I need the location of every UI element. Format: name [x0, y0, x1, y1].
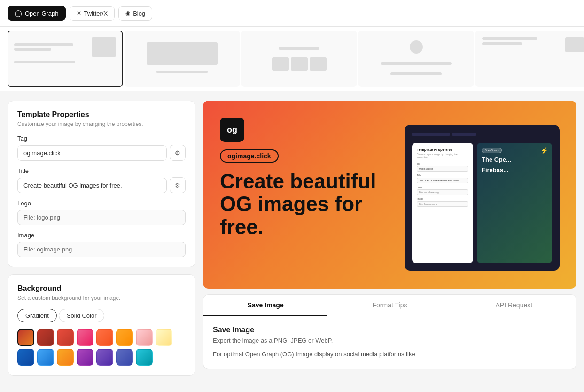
- background-card: Background Set a custom background for y…: [8, 274, 195, 376]
- thumb5-line-2: [482, 42, 522, 45]
- swatch-2[interactable]: [37, 329, 54, 346]
- swatch-11[interactable]: [57, 349, 74, 366]
- bottom-content-body: For optimal Open Graph (OG) Image displa…: [213, 350, 567, 360]
- swatch-12[interactable]: [77, 349, 93, 366]
- ss-image-field: Image File: features.png: [417, 197, 468, 207]
- logo-label: Logo: [17, 200, 186, 207]
- og-icon: ◯: [15, 9, 22, 17]
- ss-tag-field: Tag Open Source: [417, 162, 468, 172]
- ss-panel: Template Properties Customize your image…: [412, 143, 473, 263]
- thumb5-line-1: [482, 37, 537, 40]
- tag-input[interactable]: [17, 145, 167, 161]
- nav-twitter-label: Twitter/X: [84, 10, 108, 17]
- ss-logo-label: Logo: [417, 186, 468, 188]
- bg-tabs: Gradient Solid Color: [17, 309, 186, 322]
- bg-tab-solid[interactable]: Solid Color: [59, 309, 105, 322]
- ss-image-label: Image: [417, 197, 468, 200]
- ss-logo-field: Logo File: supabase.svg: [417, 186, 468, 195]
- ss-nav: [412, 133, 552, 136]
- og-preview-inner: og ogimage.click Create beautiful OG ima…: [203, 101, 576, 289]
- swatch-4[interactable]: [77, 329, 93, 346]
- template-3[interactable]: [241, 31, 357, 87]
- nav-open-graph-label: Open Graph: [25, 10, 59, 17]
- tab-format-tips[interactable]: Format Tips: [327, 295, 452, 316]
- main-content: Template Properties Customize your image…: [0, 91, 584, 385]
- tag-field-group: Tag ⚙: [17, 135, 186, 161]
- thumb4-avatar: [410, 40, 423, 54]
- color-swatches: [17, 329, 186, 366]
- ss-title-label: Title: [417, 174, 468, 177]
- og-screenshot: Template Properties Customize your image…: [405, 125, 560, 271]
- ss-og-title: The Ope...: [482, 156, 547, 164]
- title-label: Title: [17, 167, 186, 174]
- logo-field-group: Logo File: logo.png: [17, 200, 186, 225]
- swatch-14[interactable]: [116, 349, 133, 366]
- bottom-content-title: Save Image: [213, 326, 567, 334]
- swatch-3[interactable]: [57, 329, 74, 346]
- swatch-1[interactable]: [17, 329, 34, 346]
- rss-icon: ◉: [125, 10, 130, 16]
- template-2[interactable]: [125, 31, 240, 87]
- swatch-6[interactable]: [116, 329, 133, 346]
- nav-open-graph[interactable]: ◯ Open Graph: [8, 6, 66, 21]
- tab-api-request[interactable]: API Request: [452, 295, 576, 316]
- right-panel: og ogimage.click Create beautiful OG ima…: [203, 101, 576, 369]
- bg-tab-gradient[interactable]: Gradient: [17, 309, 57, 322]
- og-tag-badge: ogimage.click: [220, 149, 279, 163]
- settings-icon: ⚙: [175, 149, 180, 157]
- thumb3-cell-2: [291, 57, 308, 71]
- templates-row: [0, 27, 584, 91]
- nav-blog[interactable]: ◉ Blog: [118, 6, 152, 21]
- image-field-group: Image File: ogimage.png: [17, 232, 186, 257]
- thumb2-line: [156, 71, 208, 73]
- thumb3-cell-1: [272, 57, 289, 71]
- title-settings-btn[interactable]: ⚙: [170, 177, 186, 193]
- nav-twitter-x[interactable]: ✕ Twitter/X: [70, 6, 115, 21]
- title-input-row: ⚙: [17, 177, 186, 193]
- nav-blog-label: Blog: [133, 10, 145, 17]
- thumb2-image: [147, 42, 218, 65]
- tag-settings-btn[interactable]: ⚙: [170, 145, 186, 161]
- ss-panel-title: Template Properties: [417, 148, 468, 152]
- swatch-10[interactable]: [37, 349, 54, 366]
- title-input[interactable]: [17, 178, 167, 193]
- ss-og-mini: Open Source The Ope... Firebas... ⚡: [477, 143, 552, 263]
- template-properties-subtitle: Customize your image by changing the pro…: [17, 121, 186, 127]
- template-properties-card: Template Properties Customize your image…: [8, 101, 195, 267]
- og-preview: og ogimage.click Create beautiful OG ima…: [203, 101, 576, 289]
- tag-input-row: ⚙: [17, 145, 186, 161]
- ss-tag-label: Tag: [417, 162, 468, 165]
- template-4[interactable]: [358, 31, 474, 87]
- swatch-15[interactable]: [136, 349, 153, 366]
- logo-file[interactable]: File: logo.png: [17, 210, 186, 225]
- thumb5-image: [565, 37, 584, 52]
- settings-icon-2: ⚙: [175, 182, 180, 189]
- ss-tag-value: Open Source: [417, 166, 468, 172]
- tab-save-image[interactable]: Save Image: [203, 295, 327, 316]
- ss-logo-value: File: supabase.svg: [417, 189, 468, 195]
- image-file[interactable]: File: ogimage.png: [17, 242, 186, 257]
- swatch-5[interactable]: [96, 329, 113, 346]
- tag-label: Tag: [17, 135, 186, 142]
- swatch-13[interactable]: [96, 349, 113, 366]
- lightning-icon: ⚡: [540, 147, 548, 154]
- ss-panel-sub: Customize your image by changing the pro…: [417, 153, 468, 158]
- image-label: Image: [17, 232, 186, 239]
- thumb4-line-2: [390, 72, 442, 75]
- thumb1-line-3: [14, 61, 75, 63]
- thumb1-line-1: [14, 43, 73, 46]
- ss-title-value: The Open Source Firebase Alternative: [417, 178, 468, 183]
- ss-title-field: Title The Open Source Firebase Alternati…: [417, 174, 468, 183]
- bottom-content-sub: Export the image as a PNG, JPEG or WebP.: [213, 337, 567, 344]
- swatch-9[interactable]: [17, 349, 34, 366]
- thumb4-line-1: [381, 62, 452, 65]
- swatch-8[interactable]: [156, 329, 172, 346]
- thumb1-image: [92, 37, 116, 57]
- template-1[interactable]: [8, 31, 123, 87]
- swatch-7[interactable]: [136, 329, 153, 346]
- ss-og-title2: Firebas...: [482, 166, 547, 174]
- left-panel: Template Properties Customize your image…: [8, 101, 195, 376]
- og-left-content: og ogimage.click Create beautiful OG ima…: [220, 118, 405, 238]
- bottom-content: Save Image Export the image as a PNG, JP…: [203, 316, 576, 369]
- template-5[interactable]: [475, 31, 584, 87]
